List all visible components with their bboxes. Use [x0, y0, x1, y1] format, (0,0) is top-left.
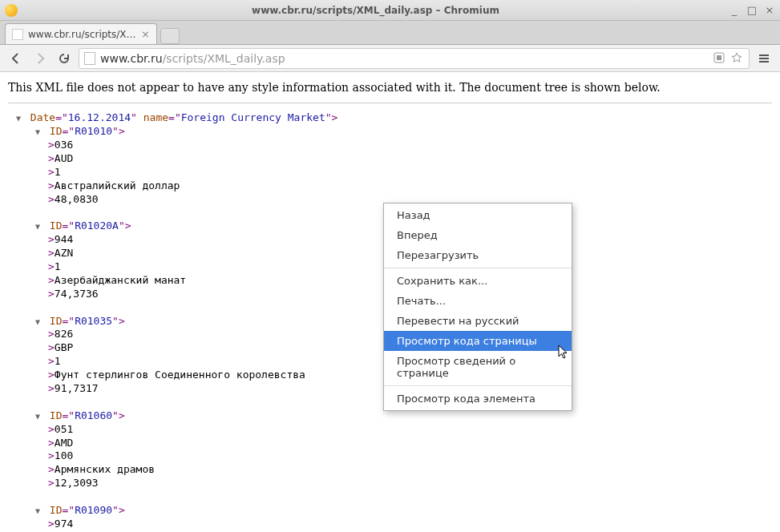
ctx-save-as[interactable]: Сохранить как... — [384, 271, 572, 291]
ctx-forward[interactable]: Вперед — [384, 225, 572, 245]
tab-strip: www.cbr.ru/scripts/XML... × — [0, 21, 780, 45]
tab-title: www.cbr.ru/scripts/XML... — [28, 29, 136, 40]
ctx-reload[interactable]: Перезагрузить — [384, 245, 572, 265]
forward-button[interactable] — [30, 49, 50, 68]
ctx-view-source[interactable]: Просмотр кода страницы — [384, 331, 572, 351]
ctx-page-info[interactable]: Просмотр сведений о странице — [384, 351, 572, 383]
bookmark-star-icon[interactable] — [731, 52, 744, 65]
back-button[interactable] — [6, 49, 26, 68]
maximize-button[interactable]: □ — [746, 5, 758, 16]
reload-button[interactable] — [55, 49, 74, 68]
tab-close-icon[interactable]: × — [141, 28, 150, 40]
window-title: www.cbr.ru/scripts/XML_daily.asp – Chrom… — [22, 5, 729, 16]
ctx-inspect[interactable]: Просмотр кода элемента — [384, 389, 572, 409]
disclosure-triangle-icon[interactable]: ▼ — [35, 221, 43, 232]
menu-button[interactable] — [754, 49, 774, 68]
page-action-icon[interactable] — [713, 52, 726, 65]
window-buttons: _ □ × — [729, 5, 775, 16]
svg-rect-2 — [759, 54, 769, 56]
svg-rect-1 — [717, 55, 721, 60]
xml-notice: This XML file does not appear to have an… — [8, 79, 772, 103]
window-titlebar: www.cbr.ru/scripts/XML_daily.asp – Chrom… — [0, 0, 780, 21]
disclosure-triangle-icon[interactable]: ▼ — [16, 113, 24, 123]
page-icon — [84, 52, 95, 65]
disclosure-triangle-icon[interactable]: ▼ — [35, 411, 43, 421]
close-button[interactable]: × — [764, 5, 775, 16]
ctx-print[interactable]: Печать... — [384, 291, 572, 311]
app-icon — [5, 4, 18, 17]
browser-tab[interactable]: www.cbr.ru/scripts/XML... × — [5, 23, 157, 44]
context-menu: Назад Вперед Перезагрузить Сохранить как… — [383, 203, 572, 411]
url-text: www.cbr.ru/scripts/XML_daily.asp — [100, 52, 709, 65]
svg-rect-3 — [759, 58, 769, 59]
disclosure-triangle-icon[interactable]: ▼ — [35, 127, 43, 137]
ctx-back[interactable]: Назад — [384, 205, 572, 225]
new-tab-button[interactable] — [160, 28, 180, 44]
ctx-translate[interactable]: Перевести на русский — [384, 311, 572, 331]
browser-toolbar: www.cbr.ru/scripts/XML_daily.asp — [0, 45, 780, 72]
svg-rect-4 — [759, 61, 769, 62]
ctx-separator — [384, 385, 572, 386]
address-bar[interactable]: www.cbr.ru/scripts/XML_daily.asp — [79, 48, 750, 69]
ctx-separator — [384, 268, 572, 268]
favicon — [12, 29, 23, 40]
minimize-button[interactable]: _ — [729, 5, 740, 16]
disclosure-triangle-icon[interactable]: ▼ — [35, 506, 43, 516]
disclosure-triangle-icon[interactable]: ▼ — [35, 316, 43, 327]
